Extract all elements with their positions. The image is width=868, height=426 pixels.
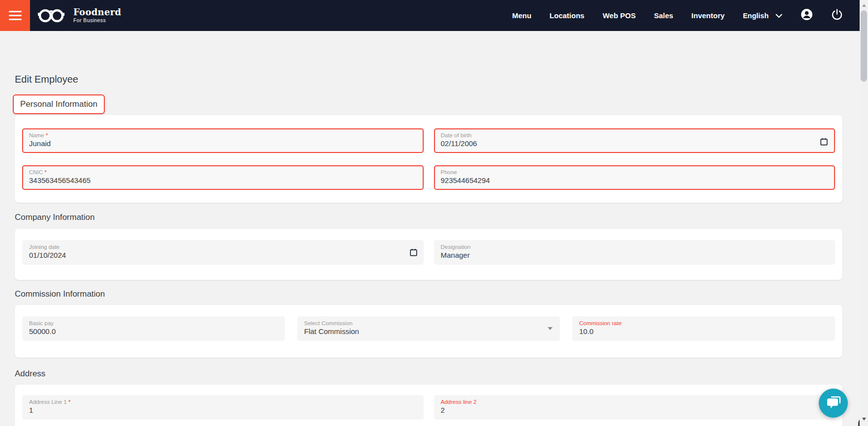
commission-rate-field[interactable]: Commission rate 10.0 — [572, 316, 835, 341]
commission-information-header: Commission Information — [15, 289, 105, 299]
date-of-birth-label: Date of birth — [441, 132, 829, 139]
page-title: Edit Employee — [15, 74, 78, 85]
address-line1-value: 1 — [29, 406, 417, 414]
company-information-header: Company Information — [15, 213, 95, 222]
personal-information-card: Name * Junaid Date of birth 02/11/2006 C… — [15, 115, 842, 203]
cnic-field[interactable]: CNIC * 343563456543465 — [22, 165, 424, 190]
commission-information-card: Basic pay 50000.0 Select Commission Flat… — [15, 305, 842, 358]
brand-name: Foodnerd — [73, 8, 121, 17]
calendar-icon[interactable] — [410, 248, 417, 258]
chat-bubble-icon — [826, 395, 841, 412]
company-information-card: Joining date 01/10/2024 Designation Mana… — [15, 229, 842, 280]
basic-pay-label: Basic pay — [29, 320, 278, 327]
required-asterisk: * — [44, 169, 46, 175]
language-label: English — [743, 12, 769, 20]
hamburger-menu-button[interactable] — [0, 0, 30, 31]
select-commission-dropdown[interactable]: Select Commission Flat Commission — [297, 316, 560, 341]
nav-link-inventory[interactable]: Inventory — [691, 11, 725, 20]
basic-pay-field[interactable]: Basic pay 50000.0 — [22, 316, 285, 341]
chevron-down-icon — [775, 11, 782, 20]
date-of-birth-field[interactable]: Date of birth 02/11/2006 — [434, 128, 836, 153]
top-navbar: Foodnerd For Business Menu Locations Web… — [0, 0, 860, 31]
hamburger-icon — [9, 11, 22, 20]
joining-date-value: 01/10/2024 — [29, 251, 417, 259]
main-content: Edit Employee Personal Information Name … — [0, 31, 860, 426]
personal-information-badge: Personal Information — [13, 94, 105, 114]
account-icon — [801, 8, 813, 23]
name-label: Name * — [29, 132, 417, 139]
designation-field[interactable]: Designation Manager — [434, 240, 836, 265]
scrollbar-thumb[interactable] — [861, 10, 867, 82]
scroll-up-icon — [862, 4, 866, 7]
commission-rate-label: Commission rate — [579, 320, 828, 327]
select-commission-label: Select Commission — [304, 320, 553, 327]
scroll-down-button[interactable] — [860, 415, 868, 423]
nav-link-locations[interactable]: Locations — [550, 11, 585, 20]
required-asterisk: * — [68, 399, 70, 405]
designation-label: Designation — [441, 243, 829, 250]
phone-label: Phone — [441, 169, 829, 176]
joining-date-label: Joining date — [29, 243, 417, 250]
power-icon — [831, 9, 843, 23]
cnic-value: 343563456543465 — [29, 176, 417, 184]
phone-value: 923544654294 — [441, 176, 829, 184]
select-commission-value: Flat Commission — [304, 327, 553, 335]
address-line1-field[interactable]: Address Line 1 * 1 — [22, 395, 424, 420]
address-line2-field[interactable]: Address line 2 2 — [434, 395, 836, 420]
logout-button[interactable] — [831, 9, 843, 23]
cnic-label: CNIC * — [29, 169, 417, 176]
nav-link-webpos[interactable]: Web POS — [603, 11, 636, 20]
date-of-birth-value: 02/11/2006 — [441, 139, 829, 148]
nav-link-sales[interactable]: Sales — [654, 11, 673, 20]
language-selector[interactable]: English — [743, 11, 782, 20]
name-value: Junaid — [29, 139, 417, 148]
glasses-logo-icon — [38, 5, 68, 27]
required-asterisk: * — [46, 132, 48, 138]
address-line2-value: 2 — [441, 406, 829, 414]
address-line2-label: Address line 2 — [441, 398, 829, 405]
nav-link-menu[interactable]: Menu — [512, 11, 531, 20]
name-field[interactable]: Name * Junaid — [22, 128, 424, 153]
chat-launcher-button[interactable] — [819, 389, 848, 418]
designation-value: Manager — [441, 251, 829, 259]
dropdown-arrow-icon — [548, 327, 553, 330]
scroll-up-button[interactable] — [860, 1, 868, 9]
basic-pay-value: 50000.0 — [29, 327, 278, 335]
address-line1-label: Address Line 1 * — [29, 398, 417, 405]
address-card: Address Line 1 * 1 Address line 2 2 Coun… — [15, 385, 842, 426]
account-button[interactable] — [801, 8, 813, 23]
joining-date-field[interactable]: Joining date 01/10/2024 — [22, 240, 424, 265]
phone-field[interactable]: Phone 923544654294 — [434, 165, 836, 190]
vertical-scrollbar[interactable] — [860, 0, 868, 426]
brand-tagline: For Business — [73, 17, 121, 23]
commission-rate-value: 10.0 — [579, 327, 828, 335]
address-header: Address — [15, 369, 45, 379]
calendar-icon[interactable] — [820, 138, 828, 148]
scroll-down-icon — [862, 418, 866, 421]
brand-logo[interactable]: Foodnerd For Business — [38, 5, 121, 27]
